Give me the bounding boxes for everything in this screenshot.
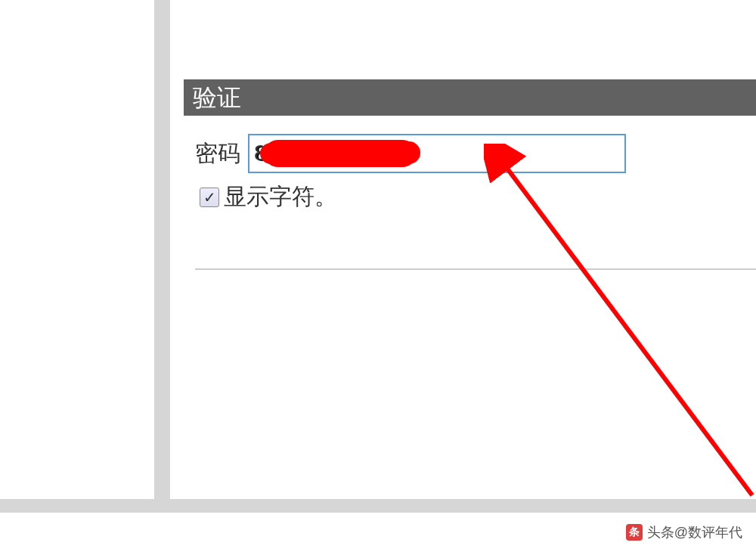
password-input-wrap: 8 (248, 134, 626, 173)
sidebar-column (0, 0, 155, 499)
check-icon: ✓ (203, 190, 216, 205)
watermark-author: @数评年代 (674, 523, 742, 541)
show-characters-label: 显示字符。 (224, 181, 337, 212)
bottom-strip (0, 499, 756, 513)
section-header-verify: 验证 (184, 79, 756, 116)
watermark-logo-icon: 条 (626, 524, 643, 541)
watermark: 条 头条 @数评年代 (626, 523, 742, 541)
password-row: 密码 8 (195, 134, 626, 173)
redaction-overlay (265, 140, 416, 167)
password-label: 密码 (195, 138, 240, 169)
section-divider (195, 268, 756, 270)
main-column (170, 0, 756, 499)
watermark-prefix: 头条 (647, 523, 674, 541)
show-characters-checkbox[interactable]: ✓ (200, 188, 219, 207)
show-characters-row: ✓ 显示字符。 (200, 181, 337, 212)
